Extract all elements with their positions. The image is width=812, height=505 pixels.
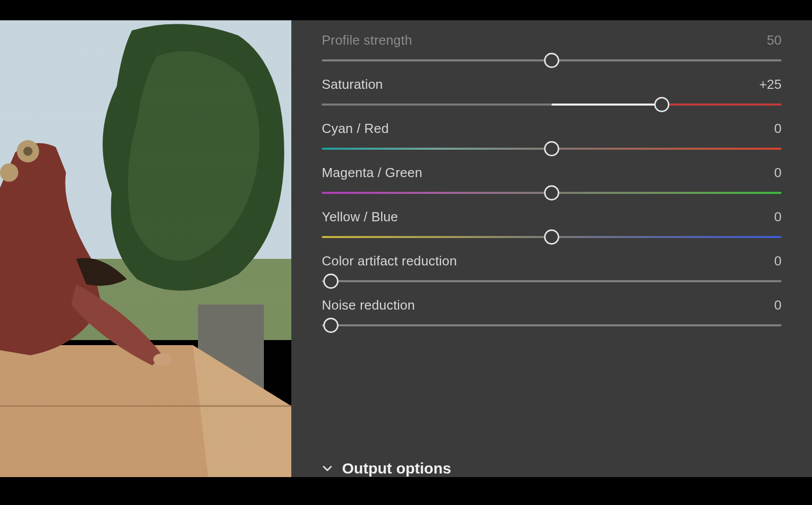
slider-magenta-green[interactable]: Magenta / Green 0 [322, 165, 782, 194]
slider-track[interactable] [322, 280, 782, 282]
slider-handle[interactable] [544, 229, 559, 245]
chevron-down-icon [322, 463, 333, 474]
slider-handle[interactable] [544, 141, 559, 156]
section-output-options[interactable]: Output options [322, 460, 451, 477]
preview-illustration [0, 20, 291, 477]
slider-label: Noise reduction [322, 297, 415, 313]
slider-profile-strength[interactable]: Profile strength 50 [322, 32, 782, 61]
slider-value: 0 [774, 165, 782, 181]
slider-label: Yellow / Blue [322, 209, 398, 225]
section-title: Output options [342, 460, 451, 477]
slider-label: Saturation [322, 77, 383, 92]
slider-yellow-blue[interactable]: Yellow / Blue 0 [322, 209, 782, 238]
slider-track[interactable] [322, 104, 782, 106]
slider-handle[interactable] [544, 185, 559, 200]
slider-handle[interactable] [323, 274, 339, 289]
app-root: Profile strength 50 Saturation +25 Cyan … [0, 20, 812, 477]
slider-value: 0 [774, 253, 782, 269]
slider-color-artifact-reduction[interactable]: Color artifact reduction 0 [322, 253, 782, 282]
slider-handle[interactable] [323, 318, 339, 333]
slider-track[interactable] [322, 192, 782, 194]
slider-value: 50 [767, 32, 782, 48]
slider-track[interactable] [322, 236, 782, 238]
slider-track[interactable] [322, 59, 782, 61]
slider-track[interactable] [322, 324, 782, 326]
slider-value: 0 [774, 209, 782, 225]
slider-value: 0 [774, 121, 782, 137]
image-preview[interactable] [0, 20, 291, 477]
slider-label: Color artifact reduction [322, 253, 457, 269]
slider-handle[interactable] [654, 97, 669, 112]
slider-label: Magenta / Green [322, 165, 422, 181]
slider-label: Cyan / Red [322, 121, 389, 137]
slider-saturation[interactable]: Saturation +25 [322, 77, 782, 106]
slider-cyan-red[interactable]: Cyan / Red 0 [322, 121, 782, 150]
slider-noise-reduction[interactable]: Noise reduction 0 [322, 297, 782, 326]
slider-handle[interactable] [544, 53, 559, 68]
slider-value: +25 [759, 77, 782, 92]
adjustments-panel: Profile strength 50 Saturation +25 Cyan … [291, 20, 812, 477]
svg-rect-11 [0, 20, 291, 477]
slider-value: 0 [774, 297, 782, 313]
slider-label: Profile strength [322, 32, 412, 48]
slider-track[interactable] [322, 148, 782, 150]
